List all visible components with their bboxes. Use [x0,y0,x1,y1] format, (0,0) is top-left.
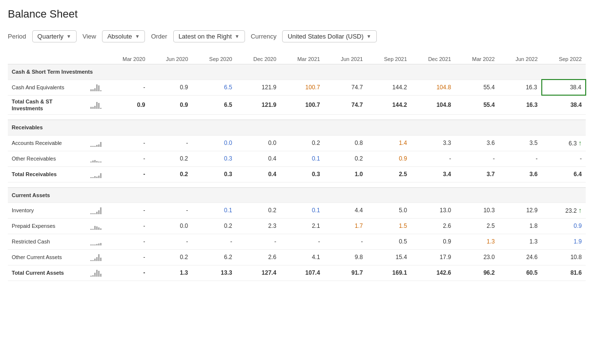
row-label-total: Total Cash & ST Investments [8,95,76,115]
cell-dec2021: 104.8 [411,80,455,95]
row-label: Accounts Receivable [8,135,76,151]
row-label: Inventory [8,202,76,218]
mini-chart-cell [76,265,105,281]
sparkline [90,154,102,162]
mini-chart-cell [76,95,105,115]
sparkline [90,205,102,214]
cell-sep2020: 6.5 [192,80,236,95]
controls-bar: Period Quarterly ▼ View Absolute ▼ Order… [8,30,586,42]
col-header-mar2022: Mar 2022 [455,54,499,64]
row-label: Prepaid Expenses [8,218,76,234]
cell-sep2021: 144.2 [367,80,410,95]
table-row-total: Total Receivables - 0.2 0.3 0.4 0.3 [8,166,586,182]
view-label: View [82,33,96,40]
row-label: Other Receivables [8,151,76,166]
column-headers: Mar 2020 Jun 2020 Sep 2020 Dec 2020 Mar … [8,54,586,64]
currency-label: Currency [251,33,277,40]
section-header-receivables: Receivables [8,120,586,135]
cell-sep2022: 38.4 [542,80,586,95]
period-dropdown[interactable]: Quarterly ▼ [32,30,77,42]
col-header-chart [76,54,105,64]
section-header-cash: Cash & Short Term Investments [8,64,586,80]
sparkline [90,221,102,230]
col-header-mar2020: Mar 2020 [105,54,149,64]
mini-chart-cell [76,218,105,234]
period-label: Period [8,33,26,40]
cell-jun2021: 74.7 [324,80,367,95]
row-label-total: Total Current Assets [8,265,76,281]
mini-chart-cell [76,166,105,182]
mini-chart-cell [76,151,105,166]
trend-up-icon: ↑ [578,206,582,214]
cell-mar2020: - [105,80,149,95]
col-header-dec2021: Dec 2021 [411,54,455,64]
col-header-dec2020: Dec 2020 [236,54,280,64]
trend-up-icon: ↑ [578,139,582,147]
col-header-name [8,54,76,64]
table-row: Other Receivables - 0.2 0.3 0.4 0.1 [8,151,586,166]
cell-mar2022: 55.4 [455,80,499,95]
col-header-jun2021: Jun 2021 [324,54,367,64]
table-row: Cash And Equivalents - 0.9 6.5 121.9 100… [8,80,586,95]
table-row: Restricted Cash - - - - - - [8,234,586,249]
mini-chart-cell [76,249,105,265]
order-label: Order [151,33,167,40]
section-header-current-assets: Current Assets [8,187,586,202]
mini-chart-cell [76,80,105,95]
sparkline [90,138,102,147]
table-row-total: Total Cash & ST Investments 0.9 0.9 6.5 … [8,95,586,115]
view-dropdown[interactable]: Absolute ▼ [102,30,145,42]
mini-chart-cell [76,234,105,249]
mini-chart-cell [76,202,105,218]
row-label: Restricted Cash [8,234,76,249]
sparkline [90,252,102,261]
col-header-sep2021: Sep 2021 [367,54,410,64]
table-row: Accounts Receivable - - 0.0 0.0 0.2 [8,135,586,151]
table-row: Other Current Assets - 0.2 6.2 2.6 4.1 [8,249,586,265]
currency-dropdown[interactable]: United States Dollar (USD) ▼ [282,30,376,42]
col-header-mar2021: Mar 2021 [280,54,324,64]
col-header-jun2020: Jun 2020 [149,54,192,64]
sparkline [90,82,102,91]
row-label-total: Total Receivables [8,166,76,182]
row-label: Other Current Assets [8,249,76,265]
table-row: Inventory - - 0.1 0.2 0.1 4.4 [8,202,586,218]
col-header-sep2020: Sep 2020 [192,54,236,64]
balance-sheet-table: Mar 2020 Jun 2020 Sep 2020 Dec 2020 Mar … [8,54,586,281]
cell-mar2021: 100.7 [280,80,324,95]
cell-jun2022: 16.3 [499,80,542,95]
sparkline [90,268,102,277]
cell-dec2020: 121.9 [236,80,280,95]
row-label: Cash And Equivalents [8,80,76,95]
sparkline [90,169,102,178]
page-title: Balance Sheet [8,8,586,20]
cell-jun2020: 0.9 [149,80,192,95]
sparkline [90,237,102,245]
table-row: Prepaid Expenses - 0.0 0.2 2.3 2.1 [8,218,586,234]
sparkline [90,100,102,109]
table-row-total: Total Current Assets - 1.3 13.3 127.4 10… [8,265,586,281]
col-header-sep2022: Sep 2022 [542,54,586,64]
order-dropdown[interactable]: Latest on the Right ▼ [173,30,245,42]
col-header-jun2022: Jun 2022 [499,54,542,64]
mini-chart-cell [76,135,105,151]
